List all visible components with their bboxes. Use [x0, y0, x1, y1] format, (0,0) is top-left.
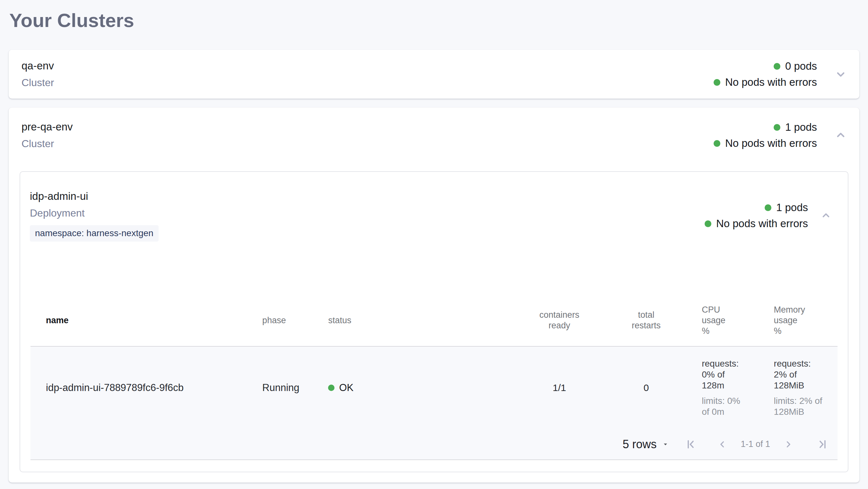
cluster-card-qa-env: qa-env Cluster 0 pods No pods with error…	[9, 50, 859, 98]
first-page-button[interactable]	[685, 438, 697, 451]
memory-usage-cell: requests: 2% of 128MiB limits: 2% of 128…	[761, 346, 837, 429]
pods-count-label: 1 pods	[776, 201, 808, 214]
last-page-button[interactable]	[816, 438, 829, 451]
pods-count-status: 0 pods	[774, 60, 817, 73]
memory-limits-value: limits: 2% of 128MiB	[774, 396, 827, 418]
deployment-name: idp-admin-ui	[30, 190, 159, 203]
cluster-name: qa-env	[22, 59, 54, 72]
green-status-dot-icon	[714, 140, 720, 147]
column-header-phase: phase	[257, 296, 323, 346]
cluster-accordion-header-pre-qa-env[interactable]: pre-qa-env Cluster 1 pods No pods with e…	[9, 108, 859, 160]
table-pagination: 5 rows	[31, 429, 837, 460]
pods-errors-label: No pods with errors	[725, 137, 817, 150]
chevron-left-icon	[717, 439, 728, 450]
green-status-dot-icon	[774, 63, 780, 70]
clusters-page: Your Clusters qa-env Cluster 0 pods No p…	[9, 10, 859, 483]
pods-errors-label: No pods with errors	[716, 217, 808, 230]
page-title: Your Clusters	[9, 10, 859, 31]
expand-chevron-down-icon[interactable]	[834, 67, 848, 81]
deployment-kind-label: Deployment	[30, 207, 159, 220]
cpu-usage-cell: requests: 0% of 128m limits: 0% of 0m	[686, 346, 760, 429]
collapse-chevron-up-icon[interactable]	[819, 209, 832, 222]
pods-table: name phase status containers ready total…	[31, 296, 837, 460]
deployment-card-idp-admin-ui: idp-admin-ui Deployment namespace: harne…	[20, 171, 848, 472]
column-header-total-restarts: total restarts	[606, 296, 686, 346]
collapse-chevron-up-icon[interactable]	[834, 128, 848, 142]
rows-per-page-select[interactable]: 5 rows	[622, 438, 669, 451]
cluster-name: pre-qa-env	[22, 120, 73, 133]
memory-requests-value: requests: 2% of 128MiB	[774, 358, 816, 391]
dropdown-arrow-icon	[661, 440, 669, 448]
pods-count-status: 1 pods	[765, 201, 808, 214]
pods-count-label: 0 pods	[785, 60, 817, 73]
deployment-status-summary: 1 pods No pods with errors	[705, 201, 808, 230]
deployment-accordion-header[interactable]: idp-admin-ui Deployment namespace: harne…	[20, 190, 848, 241]
pods-count-status: 1 pods	[774, 121, 817, 134]
green-status-dot-icon	[714, 79, 720, 86]
column-header-status: status	[323, 296, 513, 346]
pagination-range-label: 1-1 of 1	[741, 439, 770, 449]
cpu-limits-value: limits: 0% of 0m	[702, 396, 743, 418]
previous-page-button[interactable]	[717, 439, 728, 450]
cluster-accordion-header-qa-env[interactable]: qa-env Cluster 0 pods No pods with error…	[9, 50, 859, 98]
cluster-kind-label: Cluster	[22, 76, 54, 89]
green-status-dot-icon	[765, 204, 771, 211]
first-page-icon	[685, 438, 697, 451]
pods-count-label: 1 pods	[785, 121, 817, 134]
cluster-status-summary: 0 pods No pods with errors	[714, 60, 817, 89]
pod-phase-cell: Running	[257, 346, 323, 429]
cluster-entity-info: qa-env Cluster	[22, 59, 54, 89]
next-page-button[interactable]	[783, 439, 794, 450]
pod-status-label: OK	[339, 382, 353, 394]
pod-status-cell: OK	[323, 346, 513, 429]
last-page-icon	[816, 438, 829, 451]
rows-per-page-label: 5 rows	[622, 438, 656, 451]
namespace-badge: namespace: harness-nextgen	[30, 225, 159, 241]
cluster-status-summary: 1 pods No pods with errors	[714, 121, 817, 150]
column-header-containers-ready: containers ready	[513, 296, 606, 346]
deployment-entity-info: idp-admin-ui Deployment namespace: harne…	[30, 190, 159, 241]
pods-errors-status: No pods with errors	[705, 217, 808, 230]
pods-errors-label: No pods with errors	[725, 76, 817, 89]
cluster-kind-label: Cluster	[22, 137, 73, 150]
column-header-memory-usage: Memory usage %	[761, 296, 837, 346]
green-status-dot-icon	[774, 124, 780, 131]
chevron-right-icon	[783, 439, 794, 450]
green-status-dot-icon	[328, 384, 335, 391]
cluster-card-pre-qa-env: pre-qa-env Cluster 1 pods No pods with e…	[9, 108, 859, 483]
column-header-name: name	[31, 296, 257, 346]
containers-ready-cell: 1/1	[513, 346, 606, 429]
pod-name-cell: idp-admin-ui-7889789fc6-9f6cb	[31, 346, 257, 429]
green-status-dot-icon	[705, 221, 711, 227]
cpu-requests-value: requests: 0% of 128m	[702, 358, 743, 391]
column-header-cpu-usage: CPU usage %	[686, 296, 760, 346]
cluster-entity-info: pre-qa-env Cluster	[22, 120, 73, 150]
total-restarts-cell: 0	[606, 346, 686, 429]
pods-errors-status: No pods with errors	[714, 76, 817, 89]
pods-errors-status: No pods with errors	[714, 137, 817, 150]
table-header-row: name phase status containers ready total…	[31, 296, 837, 346]
pod-table-row: idp-admin-ui-7889789fc6-9f6cb Running OK…	[31, 346, 837, 429]
